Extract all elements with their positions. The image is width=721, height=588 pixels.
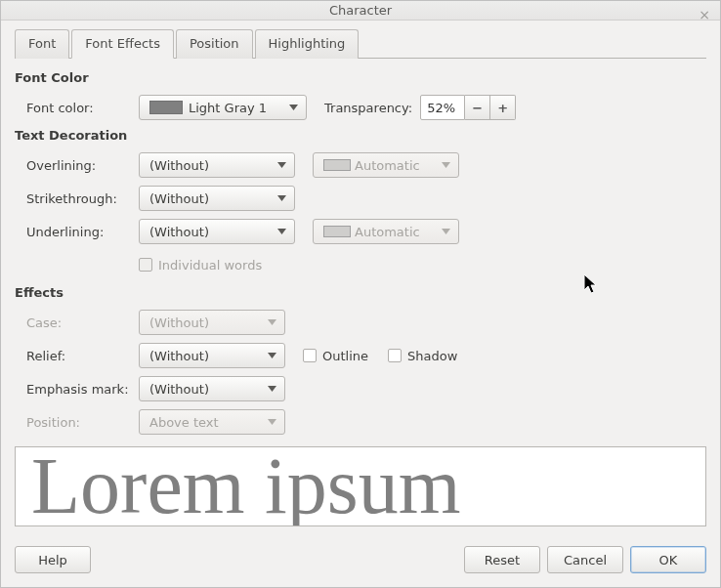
underlining-value: (Without) <box>149 225 209 239</box>
font-color-label: Font color: <box>26 101 139 115</box>
section-text-decoration-title: Text Decoration <box>15 128 706 143</box>
case-label: Case: <box>26 315 139 330</box>
tab-label: Position <box>190 36 239 51</box>
color-swatch-icon <box>149 101 183 114</box>
chevron-down-icon <box>277 195 286 201</box>
relief-value: (Without) <box>149 349 209 363</box>
overlining-label: Overlining: <box>26 158 139 173</box>
tab-label: Font Effects <box>85 36 160 51</box>
chevron-down-icon <box>268 386 276 392</box>
font-color-combo[interactable]: Light Gray 1 <box>139 95 307 120</box>
tab-position[interactable]: Position <box>176 29 253 59</box>
chevron-down-icon <box>268 353 276 358</box>
emphasis-mark-label: Emphasis mark: <box>26 382 139 397</box>
reset-button[interactable]: Reset <box>464 546 540 573</box>
preview-text: Lorem ipsum <box>31 446 461 526</box>
case-value: (Without) <box>149 315 209 330</box>
underlining-combo[interactable]: (Without) <box>139 219 295 244</box>
dialog-buttons: Help Reset Cancel OK <box>1 536 720 587</box>
titlebar: Character × <box>1 1 720 21</box>
cancel-button[interactable]: Cancel <box>547 546 623 573</box>
outline-label: Outline <box>322 349 368 363</box>
transparency-spinner[interactable]: 52% − + <box>420 95 516 120</box>
shadow-checkbox[interactable]: Shadow <box>388 349 457 363</box>
section-effects: Case: (Without) Relief: (Without) Outlin… <box>26 306 706 439</box>
overlining-color-value: Automatic <box>355 158 420 173</box>
overlining-combo[interactable]: (Without) <box>139 152 295 178</box>
tab-font[interactable]: Font <box>15 29 69 59</box>
tab-highlighting[interactable]: Highlighting <box>255 29 360 59</box>
strikethrough-label: Strikethrough: <box>26 191 139 206</box>
tab-label: Highlighting <box>269 36 346 51</box>
checkbox-icon <box>388 349 402 362</box>
section-font-color-title: Font Color <box>15 70 706 85</box>
shadow-label: Shadow <box>407 349 457 363</box>
underlining-label: Underlining: <box>26 225 139 239</box>
outline-checkbox[interactable]: Outline <box>303 349 368 363</box>
underlining-color-combo: Automatic <box>313 219 459 244</box>
checkbox-icon <box>139 258 152 272</box>
preview-area: Lorem ipsum <box>15 446 706 526</box>
window-title: Character <box>329 3 392 18</box>
tab-font-effects[interactable]: Font Effects <box>71 29 174 59</box>
transparency-value[interactable]: 52% <box>420 95 465 120</box>
color-swatch-icon <box>323 159 351 171</box>
relief-combo[interactable]: (Without) <box>139 343 285 368</box>
chevron-down-icon <box>277 229 286 234</box>
font-color-value: Light Gray 1 <box>189 101 267 115</box>
individual-words-checkbox: Individual words <box>139 258 262 273</box>
underlining-color-value: Automatic <box>355 225 420 239</box>
close-icon[interactable]: × <box>699 7 710 22</box>
chevron-down-icon <box>289 105 298 110</box>
chevron-down-icon <box>268 419 276 425</box>
relief-label: Relief: <box>26 349 139 363</box>
transparency-increment-button[interactable]: + <box>490 95 516 120</box>
help-button[interactable]: Help <box>15 546 91 573</box>
chevron-down-icon <box>442 162 450 168</box>
color-swatch-icon <box>323 226 351 237</box>
section-text-decoration: Overlining: (Without) Automatic Striketh… <box>26 148 706 281</box>
section-font-color: Font color: Light Gray 1 Transparency: 5… <box>26 91 706 124</box>
case-combo: (Without) <box>139 310 285 335</box>
emphasis-value: (Without) <box>149 382 209 397</box>
tab-label: Font <box>28 36 56 51</box>
position-combo: Above text <box>139 409 285 435</box>
position-value: Above text <box>149 415 219 430</box>
overlining-value: (Without) <box>149 158 209 173</box>
overlining-color-combo: Automatic <box>313 152 459 178</box>
emphasis-mark-combo[interactable]: (Without) <box>139 376 285 401</box>
character-dialog: Character × Font Font Effects Position H… <box>0 0 721 588</box>
section-effects-title: Effects <box>15 285 706 300</box>
dialog-body: Font Font Effects Position Highlighting … <box>1 21 720 536</box>
strikethrough-combo[interactable]: (Without) <box>139 186 295 211</box>
ok-button[interactable]: OK <box>630 546 706 573</box>
transparency-decrement-button[interactable]: − <box>465 95 490 120</box>
checkbox-icon <box>303 349 317 362</box>
transparency-label: Transparency: <box>324 101 412 115</box>
position-label: Position: <box>26 415 139 430</box>
individual-words-label: Individual words <box>158 258 262 273</box>
chevron-down-icon <box>268 319 276 325</box>
chevron-down-icon <box>442 229 450 234</box>
strikethrough-value: (Without) <box>149 191 209 206</box>
chevron-down-icon <box>277 162 286 168</box>
tab-bar: Font Font Effects Position Highlighting <box>15 28 706 59</box>
